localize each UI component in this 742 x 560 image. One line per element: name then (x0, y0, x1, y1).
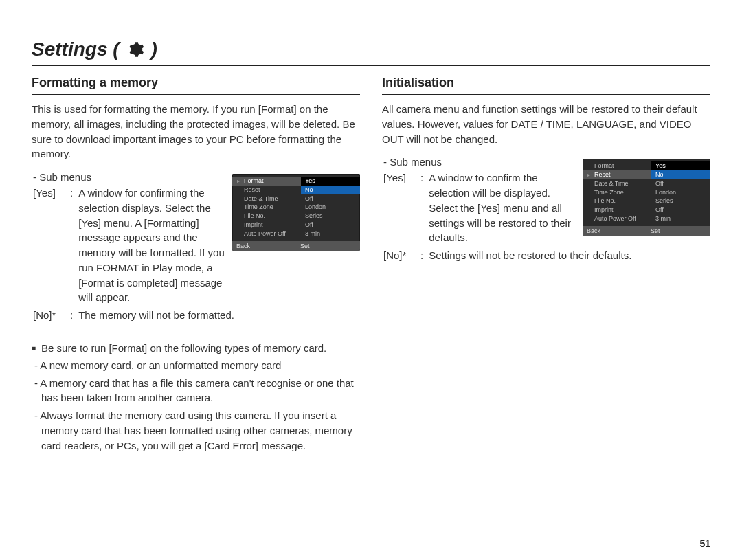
menu-value: Series (301, 212, 360, 221)
page-title-suffix: ) (151, 38, 157, 60)
bullet-icon: · (235, 204, 241, 211)
menu-value: Yes (651, 161, 710, 170)
menu-item: ·Auto Power Off (232, 229, 301, 238)
menu-value: 3 min (301, 229, 360, 238)
option-no: [No]* : Settings will not be restored to… (383, 248, 710, 263)
menu-item: ·Date & Time (232, 194, 301, 203)
menu-item: ·File No. (583, 197, 651, 205)
section-heading-initialisation: Initialisation (382, 73, 710, 95)
menu-item: ▸Format (232, 177, 301, 186)
menu-item-label: Auto Power Off (244, 230, 286, 238)
col-initialisation: Initialisation All camera menu and funct… (382, 73, 710, 456)
menu-item: ·Date & Time (583, 179, 651, 188)
option-desc: The memory will not be formatted. (78, 308, 360, 323)
option-key: [Yes] (383, 170, 415, 245)
content-columns: Formatting a memory This is used for for… (32, 73, 710, 456)
page-number: 51 (699, 538, 710, 549)
option-key: [No]* (383, 248, 415, 263)
bullet-icon: · (235, 213, 241, 220)
menu-value: Off (651, 179, 710, 188)
menu-item-label: Imprint (244, 221, 263, 229)
menu-value: London (651, 188, 710, 197)
manual-page: Settings ( ) Formatting a memory This is… (0, 0, 742, 560)
option-colon: : (420, 170, 423, 245)
menu-item-label: File No. (244, 212, 265, 220)
bullet-icon: · (585, 189, 592, 196)
option-colon: : (70, 186, 73, 305)
menu-value: No (651, 170, 710, 179)
menu-item: ·Format (583, 161, 651, 170)
menu-value: Yes (301, 177, 360, 186)
menu-value: London (301, 203, 360, 212)
option-yes: [Yes] : A window for confirming the sele… (33, 186, 225, 305)
option-desc: A window for confirming the selection di… (78, 186, 225, 305)
menu-value: 3 min (651, 214, 710, 223)
page-title-prefix: Settings ( (32, 38, 120, 60)
note-item: A memory card that has a file this camer… (41, 376, 360, 406)
menu-item-label: Time Zone (244, 203, 273, 211)
option-desc: Settings will not be restored to their d… (429, 248, 710, 263)
bullet-icon: · (585, 198, 592, 205)
menu-item: ·File No. (232, 212, 301, 221)
menu-screenshot-format: ▸Format·Reset·Date & Time·Time Zone·File… (232, 174, 360, 251)
menu-item-label: Auto Power Off (594, 215, 636, 223)
bullet-icon: · (235, 230, 241, 237)
menu-value: Off (301, 221, 360, 229)
menu-item: ·Time Zone (583, 188, 651, 197)
bullet-icon: · (585, 216, 592, 223)
menu-value: Off (651, 205, 710, 214)
bullet-icon: ▸ (585, 172, 592, 179)
option-yes: [Yes] : A window to confirm the selectio… (383, 170, 576, 245)
option-colon: : (70, 308, 73, 323)
menu-item-label: Time Zone (594, 189, 624, 197)
menu-item-label: File No. (594, 197, 616, 205)
menu-footer-back: Back (583, 226, 647, 236)
section-heading-formatting: Formatting a memory (32, 73, 360, 95)
menu-item-label: Date & Time (594, 180, 629, 188)
option-desc: A window to confirm the selection will b… (429, 170, 576, 245)
bullet-icon: · (235, 186, 241, 193)
menu-value: No (301, 186, 360, 194)
menu-item: ·Imprint (232, 221, 301, 229)
menu-item: ·Imprint (583, 205, 651, 214)
page-title: Settings ( ) (32, 38, 710, 66)
menu-footer-set: Set (647, 226, 710, 236)
option-no: [No]* : The memory will not be formatted… (33, 308, 360, 323)
option-colon: : (420, 248, 423, 263)
menu-value: Series (651, 197, 710, 205)
menu-footer-back: Back (232, 241, 296, 251)
menu-item-label: Date & Time (244, 195, 278, 203)
col-formatting: Formatting a memory This is used for for… (32, 73, 360, 456)
initialisation-intro: All camera menu and function settings wi… (382, 102, 710, 146)
note-block: Be sure to run [Format] on the following… (32, 342, 360, 453)
menu-item: ·Reset (232, 186, 301, 194)
bullet-icon: · (235, 195, 241, 202)
note-heading: Be sure to run [Format] on the following… (32, 342, 360, 354)
menu-screenshot-reset: ·Format▸Reset·Date & Time·Time Zone·File… (583, 159, 710, 236)
menu-item: ·Time Zone (232, 203, 301, 212)
menu-item-label: Reset (244, 186, 260, 194)
bullet-icon: · (585, 180, 592, 187)
bullet-icon: ▸ (235, 178, 241, 185)
note-item: Always format the memory card using this… (41, 408, 360, 453)
menu-item-label: Reset (594, 171, 611, 179)
menu-value: Off (301, 194, 360, 203)
bullet-icon: · (585, 207, 592, 214)
bullet-icon: · (235, 222, 241, 229)
menu-item: ▸Reset (583, 170, 651, 179)
note-item: A new memory card, or an unformatted mem… (41, 358, 360, 373)
gear-icon (126, 41, 144, 58)
formatting-intro: This is used for formatting the memory. … (32, 102, 360, 161)
menu-item-label: Imprint (594, 206, 614, 214)
menu-item-label: Format (594, 162, 614, 170)
menu-item-label: Format (244, 177, 264, 185)
option-key: [No]* (33, 308, 65, 323)
menu-footer-set: Set (296, 241, 360, 251)
bullet-icon: · (585, 163, 592, 170)
menu-item: ·Auto Power Off (583, 214, 651, 223)
option-key: [Yes] (33, 186, 65, 305)
